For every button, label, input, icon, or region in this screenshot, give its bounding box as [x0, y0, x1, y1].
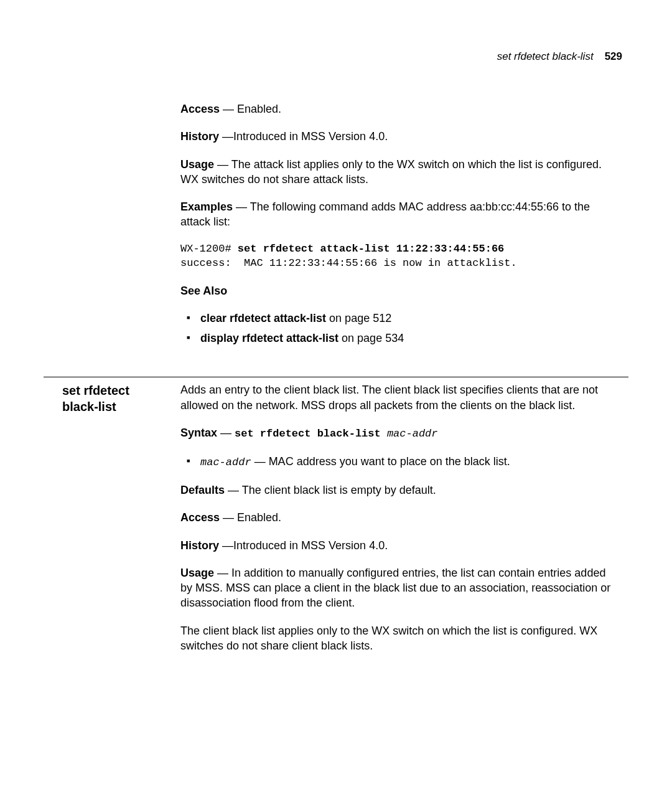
section-heading: set rfdetect black-list: [44, 382, 180, 666]
param-desc: — MAC address you want to place on the b…: [251, 455, 510, 468]
code-output: success: MAC 11:22:33:44:55:66 is now in…: [180, 257, 517, 269]
see-also-ref: on page 512: [326, 312, 391, 324]
usage-label-2: Usage: [180, 567, 214, 579]
section-title-line1: set rfdetect: [62, 384, 129, 397]
section-title-line2: black-list: [62, 400, 116, 413]
history-line-2: History —Introduced in MSS Version 4.0.: [180, 538, 616, 553]
access-text: — Enabled.: [220, 103, 281, 115]
section-intro: Adds an entry to the client black list. …: [180, 382, 616, 413]
see-also-link: clear rfdetect attack-list: [200, 312, 326, 324]
list-item: clear rfdetect attack-list on page 512: [187, 311, 616, 326]
code-prompt: WX-1200#: [180, 243, 238, 255]
access-label-2: Access: [180, 511, 220, 524]
running-title: set rfdetect black-list: [497, 50, 594, 62]
syntax-cmd: set rfdetect black-list: [235, 428, 387, 440]
list-item: mac-addr — MAC address you want to place…: [187, 454, 616, 470]
usage-label: Usage: [180, 158, 214, 171]
defaults-line: Defaults — The client black list is empt…: [180, 483, 616, 498]
access-label: Access: [180, 103, 220, 115]
usage-text-2: — In addition to manually configured ent…: [180, 567, 610, 610]
page-header: set rfdetect black-list529: [44, 50, 628, 64]
section-divider: [44, 377, 628, 377]
usage-para-2: Usage — In addition to manually configur…: [180, 565, 616, 611]
defaults-text: — The client black list is empty by defa…: [225, 484, 436, 496]
code-block: WX-1200# set rfdetect attack-list 11:22:…: [180, 242, 616, 271]
code-command: set rfdetect attack-list 11:22:33:44:55:…: [238, 243, 504, 255]
access-line: Access — Enabled.: [180, 101, 616, 116]
history-text-2: —Introduced in MSS Version 4.0.: [219, 539, 388, 552]
access-line-2: Access — Enabled.: [180, 510, 616, 525]
history-text: —Introduced in MSS Version 4.0.: [219, 130, 388, 143]
closing-para: The client black list applies only to th…: [180, 623, 616, 654]
access-text-2: — Enabled.: [220, 511, 281, 524]
see-also-link: display rfdetect attack-list: [200, 332, 338, 344]
see-also-ref: on page 534: [338, 332, 404, 344]
usage-para: Usage — The attack list applies only to …: [180, 157, 616, 187]
history-label-2: History: [180, 539, 219, 552]
examples-label: Examples: [180, 201, 233, 213]
history-label: History: [180, 130, 219, 143]
syntax-arg: mac-addr: [387, 428, 438, 440]
syntax-label: Syntax: [180, 427, 217, 439]
param-name: mac-addr: [200, 456, 251, 468]
list-item: display rfdetect attack-list on page 534: [187, 331, 616, 346]
page-number: 529: [605, 50, 622, 62]
see-also-heading: See Also: [180, 283, 616, 298]
syntax-line: Syntax — set rfdetect black-list mac-add…: [180, 425, 616, 441]
defaults-label: Defaults: [180, 484, 225, 496]
examples-text: — The following command adds MAC address…: [180, 201, 590, 228]
syntax-dash: —: [217, 427, 235, 439]
usage-text: — The attack list applies only to the WX…: [180, 158, 602, 186]
param-list: mac-addr — MAC address you want to place…: [187, 454, 616, 470]
history-line: History —Introduced in MSS Version 4.0.: [180, 129, 616, 144]
see-also-list: clear rfdetect attack-list on page 512 d…: [187, 311, 616, 346]
examples-para: Examples — The following command adds MA…: [180, 199, 616, 230]
